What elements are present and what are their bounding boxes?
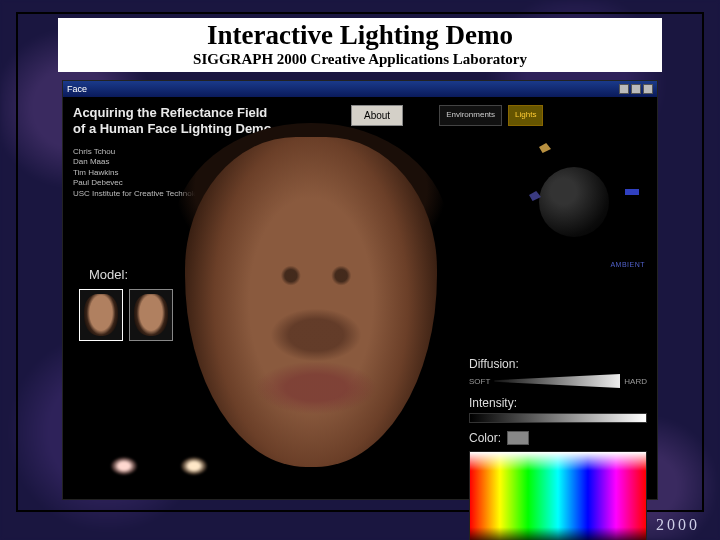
light-previews [111, 457, 207, 475]
footer-year: 2000 [656, 516, 700, 534]
tab-bar: About Environments Lights [351, 105, 543, 126]
tab-environments[interactable]: Environments [439, 105, 502, 126]
window-titlebar[interactable]: Face [63, 81, 657, 97]
slide-frame: Interactive Lighting Demo SIGGRAPH 2000 … [16, 12, 704, 512]
close-button[interactable] [643, 84, 653, 94]
color-label: Color: [469, 431, 501, 445]
model-thumb-2[interactable] [129, 289, 173, 341]
app-body: Acquiring the Reflectance Field of a Hum… [63, 97, 657, 499]
author: Chris Tchou [73, 147, 212, 157]
minimize-button[interactable] [619, 84, 629, 94]
diffusion-label: Diffusion: [469, 357, 647, 371]
color-swatch[interactable] [507, 431, 529, 445]
model-label: Model: [89, 267, 128, 282]
environment-sphere[interactable] [539, 167, 609, 237]
tab-about[interactable]: About [351, 105, 403, 126]
light-gizmo-1[interactable] [539, 143, 551, 153]
intensity-slider[interactable] [469, 413, 647, 423]
light-preview-1[interactable] [111, 457, 137, 475]
face-render[interactable] [185, 137, 437, 467]
ambient-label: AMBIENT [610, 261, 645, 268]
model-thumbnails [79, 289, 173, 341]
window-title: Face [67, 84, 87, 94]
demo-title-line1: Acquiring the Reflectance Field [73, 105, 343, 121]
slide-title: Interactive Lighting Demo [58, 18, 662, 51]
lights-panel: AMBIENT Diffusion: SOFT HARD Intensity: … [469, 137, 647, 491]
tab-lights[interactable]: Lights [508, 105, 543, 126]
light-preview-2[interactable] [181, 457, 207, 475]
author: Dan Maas [73, 157, 212, 167]
app-window: Face Acquiring the Reflectance Field of … [62, 80, 658, 500]
diffusion-slider[interactable] [494, 374, 620, 388]
light-gizmo-3[interactable] [625, 189, 639, 195]
model-thumb-1[interactable] [79, 289, 123, 341]
diffusion-soft-label: SOFT [469, 377, 490, 386]
color-picker[interactable] [469, 451, 647, 540]
diffusion-hard-label: HARD [624, 377, 647, 386]
maximize-button[interactable] [631, 84, 641, 94]
slide-subtitle: SIGGRAPH 2000 Creative Applications Labo… [58, 51, 662, 72]
intensity-label: Intensity: [469, 396, 647, 410]
window-controls [619, 84, 653, 94]
